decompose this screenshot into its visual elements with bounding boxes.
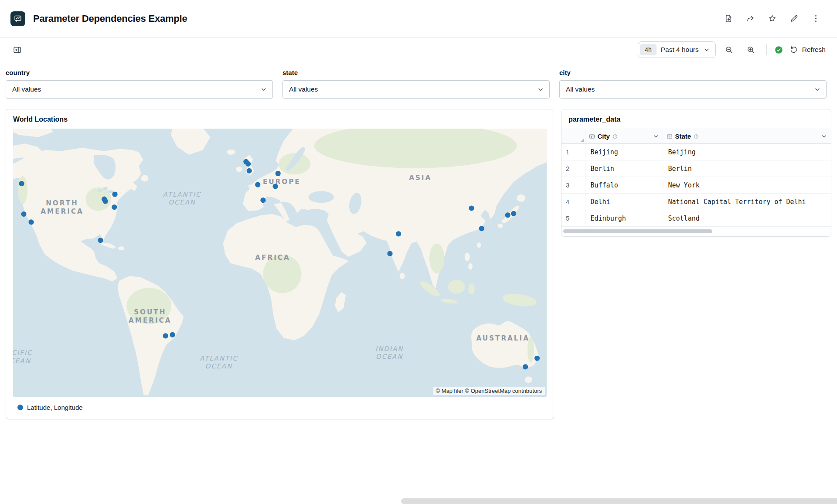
cell-city[interactable]: Berlin xyxy=(585,160,663,177)
row-index-header[interactable] xyxy=(561,129,585,144)
zoom-in-button[interactable] xyxy=(743,41,759,58)
cell-state[interactable]: National Capital Territory of Delhi xyxy=(663,194,831,210)
dashboard-app: Parameter Dependencies Example xyxy=(0,0,837,504)
page-title: Parameter Dependencies Example xyxy=(33,13,187,24)
row-index[interactable]: 1 xyxy=(561,144,585,160)
city-filter-select[interactable]: All values xyxy=(559,80,827,99)
dashboard-toolbar: 4h Past 4 hours xyxy=(0,37,837,62)
country-filter-select[interactable]: All values xyxy=(6,80,273,99)
column-type-icon xyxy=(667,133,673,140)
map-data-point[interactable] xyxy=(534,356,540,361)
toolbar-divider xyxy=(766,44,767,55)
cell-city[interactable]: Edinburgh xyxy=(585,210,663,227)
cell-city[interactable]: Delhi xyxy=(585,194,663,210)
map-data-point[interactable] xyxy=(479,226,484,231)
column-header-state[interactable]: State xyxy=(663,129,831,144)
state-filter-select[interactable]: All values xyxy=(282,80,550,99)
map-data-point[interactable] xyxy=(245,161,251,167)
filter-country: country All values xyxy=(6,69,273,99)
map-data-point[interactable] xyxy=(102,198,108,204)
dashboard-app-icon[interactable] xyxy=(10,11,25,26)
map-data-point[interactable] xyxy=(505,212,510,218)
cell-state[interactable]: New York xyxy=(663,177,831,194)
chevron-down-icon xyxy=(703,46,710,53)
more-options-button[interactable] xyxy=(807,10,824,27)
export-icon xyxy=(724,14,733,23)
edit-button[interactable] xyxy=(786,10,802,27)
world-map[interactable]: NORTHAMERICASOUTHAMERICAEUROPEAFRICAASIA… xyxy=(13,129,547,397)
table-widget: parameter_data City xyxy=(561,109,831,237)
column-menu-chevron-icon[interactable] xyxy=(653,133,659,140)
map-label: NORTHAMERICA xyxy=(41,199,83,215)
row-index[interactable]: 3 xyxy=(561,177,585,194)
map-data-point[interactable] xyxy=(469,205,474,211)
table-horizontal-scrollbar xyxy=(563,228,829,235)
cell-city[interactable]: Buffalo xyxy=(585,177,663,194)
time-range-label: Past 4 hours xyxy=(661,46,699,54)
filter-label: country xyxy=(6,69,273,76)
table-row: 1 Beijing Beijing xyxy=(561,144,831,160)
map-data-point[interactable] xyxy=(396,231,401,236)
map-label: ATLANTICOCEAN xyxy=(163,191,201,206)
table-row: 2 Berlin Berlin xyxy=(561,160,831,177)
star-icon xyxy=(768,14,777,23)
map-data-point[interactable] xyxy=(260,198,265,203)
panel-toggle-button[interactable] xyxy=(9,41,25,58)
row-index[interactable]: 5 xyxy=(561,210,585,227)
export-button[interactable] xyxy=(720,10,737,27)
map-data-point[interactable] xyxy=(28,219,34,225)
run-status-indicator[interactable] xyxy=(774,44,784,55)
filter-state: state All values xyxy=(282,69,550,99)
page-horizontal-scrollbar-thumb[interactable] xyxy=(401,498,837,504)
map-widget: World Locations xyxy=(6,109,554,419)
header-actions xyxy=(720,10,824,27)
cell-state[interactable]: Beijing xyxy=(663,144,831,160)
chevron-down-icon xyxy=(537,86,544,93)
map-data-point[interactable] xyxy=(163,333,168,338)
cell-state[interactable]: Scotland xyxy=(663,210,831,227)
zoom-in-icon xyxy=(746,45,755,54)
refresh-button[interactable]: Refresh xyxy=(789,45,826,54)
map-data-point[interactable] xyxy=(112,192,117,197)
filter-city: city All values xyxy=(559,69,827,99)
column-info-icon xyxy=(694,134,699,139)
map-data-point[interactable] xyxy=(21,211,26,217)
map-data-point[interactable] xyxy=(272,184,278,189)
share-icon xyxy=(746,14,755,23)
world-map-canvas: NORTHAMERICASOUTHAMERICAEUROPEAFRICAASIA… xyxy=(13,129,547,397)
row-index[interactable]: 4 xyxy=(561,194,585,210)
map-legend: Latitude, Longitude xyxy=(17,404,547,411)
more-options-icon xyxy=(811,14,820,23)
selected-value: All values xyxy=(12,85,41,93)
cell-state[interactable]: Berlin xyxy=(663,160,831,177)
map-data-point[interactable] xyxy=(170,332,175,337)
table-scrollbar-thumb[interactable] xyxy=(563,229,712,233)
map-data-point[interactable] xyxy=(19,181,24,186)
column-header-city[interactable]: City xyxy=(585,129,663,144)
column-menu-chevron-icon[interactable] xyxy=(821,133,827,140)
select-all-corner-icon[interactable] xyxy=(580,139,584,142)
map-data-point[interactable] xyxy=(255,182,260,187)
favorite-button[interactable] xyxy=(764,10,780,27)
table-row: 5 Edinburgh Scotland xyxy=(561,210,831,227)
legend-dot-icon xyxy=(17,405,23,410)
legend-label: Latitude, Longitude xyxy=(27,404,83,411)
map-data-point[interactable] xyxy=(112,204,117,210)
map-label: PACIFICOCEAN xyxy=(13,349,33,364)
map-data-point[interactable] xyxy=(523,364,528,369)
chevron-down-icon xyxy=(260,86,267,93)
map-data-point[interactable] xyxy=(511,211,516,216)
map-data-point[interactable] xyxy=(247,168,252,174)
share-button[interactable] xyxy=(742,10,759,27)
column-label: State xyxy=(675,133,691,140)
map-data-point[interactable] xyxy=(276,171,281,176)
map-label: INDIANOCEAN xyxy=(375,345,403,360)
selected-value: All values xyxy=(289,85,318,93)
time-range-picker[interactable]: 4h Past 4 hours xyxy=(638,41,716,58)
map-data-point[interactable] xyxy=(98,238,103,243)
cell-city[interactable]: Beijing xyxy=(585,144,663,160)
row-index[interactable]: 2 xyxy=(561,160,585,177)
zoom-out-button[interactable] xyxy=(721,41,738,58)
table-row: 3 Buffalo New York xyxy=(561,177,831,194)
map-data-point[interactable] xyxy=(387,251,392,256)
